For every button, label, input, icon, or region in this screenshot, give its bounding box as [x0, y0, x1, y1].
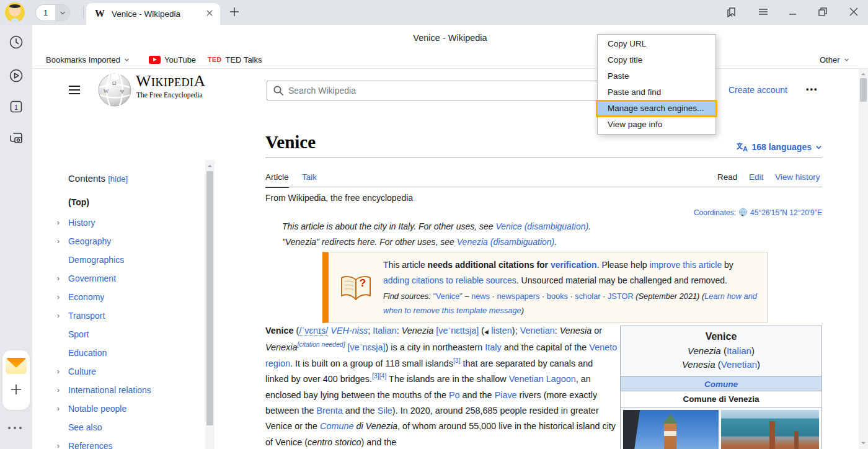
- screenshot-camera-icon[interactable]: [8, 130, 24, 146]
- link[interactable]: Po: [449, 390, 460, 400]
- menu-item-view-page-info[interactable]: View page info: [598, 117, 715, 133]
- toc-item-education[interactable]: Education: [57, 344, 203, 362]
- link[interactable]: books: [547, 291, 568, 301]
- link[interactable]: [citation needed]: [297, 341, 345, 349]
- wiki-hamburger-icon[interactable]: [68, 85, 81, 95]
- link[interactable]: Italy: [485, 342, 501, 352]
- collections-icon[interactable]: [725, 6, 738, 19]
- scroll-up-arrow[interactable]: [207, 163, 213, 169]
- toc-scrollbar[interactable]: [205, 160, 215, 449]
- bookmark-ted-talks[interactable]: TED TED Talks: [208, 51, 262, 68]
- link[interactable]: Venetian Lagoon: [509, 374, 576, 384]
- languages-button[interactable]: A 168 languages: [677, 142, 822, 152]
- menu-item-copy-url[interactable]: Copy URL: [598, 36, 715, 52]
- tab-view-history[interactable]: View history: [775, 172, 820, 182]
- link[interactable]: VEH-niss: [330, 326, 368, 336]
- coordinates-label[interactable]: Coordinates:: [694, 208, 736, 217]
- create-account-link[interactable]: Create account: [728, 85, 787, 95]
- link[interactable]: Brenta: [316, 406, 342, 416]
- link[interactable]: verification: [551, 260, 597, 270]
- link[interactable]: "Venice": [433, 291, 463, 301]
- link[interactable]: Piave: [495, 390, 517, 400]
- toc-item-international-relations[interactable]: ›International relations: [57, 381, 203, 399]
- toc-item-notable-people[interactable]: ›Notable people: [57, 399, 203, 418]
- chevron-right-icon[interactable]: ›: [57, 269, 66, 288]
- toc-item-demographics[interactable]: Demographics: [57, 251, 203, 269]
- toc-item-see-also[interactable]: See also: [57, 418, 203, 437]
- bookmarks-other-folder[interactable]: Other: [820, 51, 849, 68]
- link[interactable]: Venetian: [520, 326, 555, 336]
- chevron-right-icon[interactable]: ›: [57, 213, 66, 232]
- link[interactable]: Italian: [727, 345, 751, 356]
- scrollbar-thumb[interactable]: [860, 78, 867, 102]
- menu-item-paste[interactable]: Paste: [598, 68, 715, 84]
- chevron-right-icon[interactable]: ›: [57, 399, 66, 418]
- link[interactable]: Comune: [704, 380, 738, 389]
- wikipedia-wordmark[interactable]: WikipediA: [136, 73, 206, 89]
- tab-talk[interactable]: Talk: [302, 172, 317, 182]
- toc-item-transport[interactable]: ›Transport: [57, 306, 203, 325]
- chevron-right-icon[interactable]: ›: [57, 381, 66, 399]
- player-icon[interactable]: [8, 68, 24, 84]
- close-icon[interactable]: [848, 6, 859, 17]
- minimize-icon[interactable]: [787, 6, 799, 17]
- tab-article[interactable]: Article: [265, 172, 289, 188]
- wikipedia-globe-logo[interactable]: Ω W Ψ: [97, 73, 132, 107]
- toc-item-government[interactable]: ›Government: [57, 269, 203, 288]
- tab-edit[interactable]: Edit: [749, 172, 763, 182]
- link[interactable]: [veˈnɛttsja]: [436, 326, 479, 336]
- link[interactable]: Venezia (disambiguation): [457, 237, 554, 247]
- menu-icon[interactable]: [758, 6, 769, 17]
- chevron-down-icon[interactable]: [55, 5, 69, 20]
- add-app-icon[interactable]: [9, 383, 23, 396]
- link[interactable]: [3]: [453, 357, 461, 364]
- sidebar-more-icon[interactable]: [8, 427, 22, 429]
- link[interactable]: /ˈvɛnɪs/: [299, 326, 328, 336]
- link[interactable]: Venetian: [721, 359, 757, 370]
- restore-icon[interactable]: [817, 6, 828, 17]
- menu-item-copy-title[interactable]: Copy title: [598, 52, 715, 68]
- toc-item-culture[interactable]: ›Culture: [57, 362, 203, 381]
- chevron-right-icon[interactable]: ›: [57, 437, 66, 449]
- scroll-down-arrow[interactable]: [861, 440, 866, 446]
- link[interactable]: scholar: [575, 291, 600, 301]
- chevron-right-icon[interactable]: ›: [57, 232, 66, 251]
- chevron-right-icon[interactable]: ›: [57, 306, 66, 325]
- link[interactable]: Italian: [373, 326, 396, 336]
- new-tab-button[interactable]: [229, 6, 240, 17]
- scroll-up-arrow[interactable]: [861, 71, 866, 77]
- link[interactable]: Sile: [378, 406, 392, 416]
- toc-item-history[interactable]: ›History: [57, 213, 203, 232]
- tabs-counter-icon[interactable]: 1: [8, 99, 24, 115]
- link[interactable]: JSTOR: [608, 291, 634, 301]
- tab-group-button[interactable]: 1: [36, 5, 69, 20]
- toc-item-references[interactable]: ›References: [57, 437, 203, 449]
- toc-item-sport[interactable]: Sport: [57, 325, 203, 344]
- toc-item-top[interactable]: (Top): [57, 197, 203, 207]
- chevron-right-icon[interactable]: ›: [57, 288, 66, 306]
- link[interactable]: [3][4]: [372, 372, 386, 380]
- history-clock-icon[interactable]: [8, 34, 24, 50]
- search-input[interactable]: [288, 81, 623, 100]
- link[interactable]: Comune: [320, 421, 353, 431]
- toc-item-geography[interactable]: ›Geography: [57, 232, 203, 251]
- mail-app-icon[interactable]: [6, 358, 27, 374]
- profile-avatar[interactable]: [5, 2, 25, 22]
- menu-item-paste-and-find[interactable]: Paste and find: [598, 84, 715, 100]
- tab-read[interactable]: Read: [717, 172, 737, 182]
- link[interactable]: listen: [491, 326, 512, 336]
- link[interactable]: improve this article: [649, 260, 722, 270]
- photo-lagoon-panorama[interactable]: [721, 410, 819, 449]
- bookmarks-folder[interactable]: Bookmarks Imported: [46, 51, 130, 68]
- browser-tab-active[interactable]: W Venice - Wikipedia: [86, 3, 220, 25]
- link[interactable]: [veˈnɛsja]: [348, 342, 386, 352]
- link[interactable]: adding citations to reliable sources: [383, 275, 516, 285]
- toc-item-economy[interactable]: ›Economy: [57, 288, 203, 306]
- link[interactable]: news: [471, 291, 490, 301]
- scrollbar-thumb[interactable]: [206, 171, 213, 425]
- main-scrollbar[interactable]: [859, 69, 868, 449]
- toc-hide-link[interactable]: [hide]: [108, 174, 128, 184]
- menu-item-manage-search-engines[interactable]: Manage search engines...: [598, 100, 715, 117]
- tab-close-icon[interactable]: [206, 9, 213, 17]
- photo-campanile[interactable]: [623, 410, 719, 449]
